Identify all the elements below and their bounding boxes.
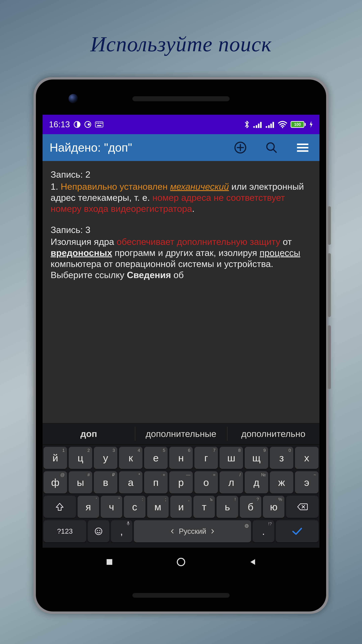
add-button[interactable]: [234, 141, 247, 154]
letter-key[interactable]: в₽: [94, 471, 117, 494]
status-app-icon: [84, 121, 91, 128]
letter-key[interactable]: б?: [240, 496, 261, 518]
letter-key[interactable]: ф@: [43, 471, 67, 494]
letter-key[interactable]: и,: [170, 496, 192, 518]
svg-point-17: [282, 127, 283, 128]
phone-camera: [68, 94, 78, 103]
letter-key[interactable]: ц2: [69, 447, 92, 469]
space-language-label: Русский: [179, 527, 206, 536]
letter-key[interactable]: й1: [43, 447, 67, 469]
nav-home-button[interactable]: [176, 557, 186, 567]
letter-key[interactable]: щ9: [245, 447, 268, 469]
checkmark-icon: [291, 527, 303, 536]
signal-icon: [266, 121, 275, 128]
svg-rect-12: [260, 122, 262, 128]
bluetooth-icon: [244, 120, 250, 129]
svg-rect-31: [107, 559, 112, 565]
suggestion[interactable]: дополнительно: [227, 423, 320, 444]
letter-key[interactable]: ы#: [69, 471, 92, 494]
letter-key[interactable]: н6: [169, 447, 193, 469]
space-key[interactable]: Русский: [134, 520, 251, 542]
letter-key[interactable]: е5: [144, 447, 168, 469]
svg-rect-15: [270, 124, 272, 128]
letter-key[interactable]: м;: [147, 496, 169, 518]
svg-rect-22: [297, 150, 308, 152]
shift-key[interactable]: [43, 496, 76, 518]
letter-key[interactable]: з0: [270, 447, 293, 469]
letter-key[interactable]: х: [295, 447, 319, 469]
search-button[interactable]: [265, 141, 278, 154]
letter-key[interactable]: п+: [144, 471, 168, 494]
phone-chin-slit: [132, 593, 230, 598]
suggestion[interactable]: доп: [42, 423, 135, 444]
nav-recent-button[interactable]: [105, 558, 114, 566]
svg-point-23: [95, 528, 102, 535]
letter-key[interactable]: ш8: [220, 447, 243, 469]
search-result-record[interactable]: Запись: 3 Изоляция ядра обеспечивает доп…: [51, 224, 311, 280]
keyboard-indicator-icon: [95, 122, 103, 128]
svg-rect-16: [273, 122, 274, 128]
letter-key[interactable]: ь!: [217, 496, 238, 518]
square-icon: [105, 558, 114, 566]
status-app-icon: [73, 121, 81, 128]
svg-rect-21: [297, 147, 308, 148]
letter-key[interactable]: тъ: [193, 496, 215, 518]
letter-key[interactable]: э~: [295, 471, 319, 494]
letter-key[interactable]: ж: [270, 471, 293, 494]
svg-rect-4: [96, 123, 97, 124]
record-body: Изоляция ядра обеспечивает дополнительну…: [51, 236, 311, 280]
letter-key[interactable]: ч": [101, 496, 122, 518]
triangle-left-icon: [248, 558, 257, 566]
letter-key[interactable]: с:: [124, 496, 145, 518]
phone-side-button: [328, 325, 331, 389]
bolt-icon: [309, 121, 313, 128]
enter-key[interactable]: [276, 520, 319, 542]
circle-icon: [176, 557, 186, 567]
letter-key[interactable]: о=: [194, 471, 218, 494]
search-results[interactable]: Запись: 2 1. Неправильно установлен меха…: [42, 161, 320, 423]
svg-rect-3: [95, 122, 103, 127]
signal-icon: [253, 121, 262, 128]
menu-button[interactable]: [296, 142, 309, 152]
soft-keyboard: доп дополнительные дополнительно й1ц2у3к…: [42, 423, 320, 548]
comma-key[interactable]: ,: [111, 520, 132, 542]
backspace-key[interactable]: [286, 496, 319, 518]
chevron-left-icon: [170, 529, 174, 534]
backspace-icon: [297, 503, 308, 511]
screen: 16:13: [42, 115, 320, 576]
search-result-record[interactable]: Запись: 2 1. Неправильно установлен меха…: [51, 169, 311, 214]
phone-side-button: [328, 206, 331, 245]
svg-point-32: [177, 558, 185, 566]
emoji-icon: [94, 527, 103, 536]
phone-frame: 16:13: [33, 77, 329, 614]
app-bar: Найдено: "доп": [42, 134, 320, 161]
letter-key[interactable]: а*: [119, 471, 142, 494]
svg-rect-7: [101, 123, 102, 124]
phone-speaker-slit: [132, 96, 230, 101]
letter-key[interactable]: г7: [194, 447, 218, 469]
chevron-right-icon: [211, 529, 215, 534]
period-key[interactable]: !? .: [253, 520, 274, 542]
letter-key[interactable]: я': [78, 496, 99, 518]
menu-icon: [296, 142, 309, 152]
suggestion[interactable]: дополнительные: [135, 423, 227, 444]
svg-point-25: [99, 530, 100, 531]
svg-rect-14: [268, 125, 270, 128]
system-nav-bar: [42, 548, 320, 576]
svg-rect-8: [97, 125, 101, 126]
letter-key[interactable]: ю%: [263, 496, 284, 518]
letter-key[interactable]: к4: [119, 447, 142, 469]
letter-key[interactable]: р—: [169, 471, 193, 494]
svg-rect-5: [98, 123, 99, 124]
status-time: 16:13: [49, 120, 70, 129]
symnum-key[interactable]: ?123: [43, 520, 86, 542]
letter-key[interactable]: д№: [245, 471, 268, 494]
svg-rect-20: [297, 144, 308, 145]
record-body: 1. Неправильно установлен механический и…: [51, 181, 311, 214]
nav-back-button[interactable]: [248, 558, 257, 566]
battery-level: 100: [294, 122, 301, 127]
emoji-key[interactable]: [88, 520, 109, 542]
letter-key[interactable]: л/: [220, 471, 243, 494]
svg-rect-6: [100, 123, 101, 124]
letter-key[interactable]: у3: [94, 447, 117, 469]
